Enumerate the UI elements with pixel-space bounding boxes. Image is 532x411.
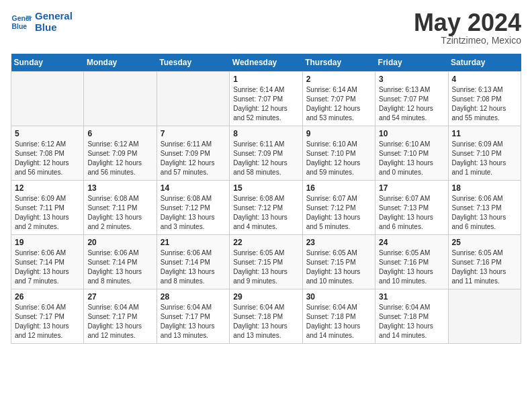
day-info: Sunrise: 6:04 AM Sunset: 7:17 PM Dayligh… bbox=[161, 303, 226, 340]
calendar-cell: 16Sunrise: 6:07 AM Sunset: 7:12 PM Dayli… bbox=[302, 181, 375, 235]
day-number: 13 bbox=[87, 183, 152, 193]
day-number: 6 bbox=[87, 129, 152, 138]
day-info: Sunrise: 6:13 AM Sunset: 7:07 PM Dayligh… bbox=[379, 85, 444, 123]
logo-icon: General Blue bbox=[11, 11, 32, 33]
location-subtitle: Tzintzimeo, Mexico bbox=[414, 35, 521, 46]
day-number: 17 bbox=[379, 183, 444, 193]
day-number: 21 bbox=[161, 238, 226, 247]
calendar-cell bbox=[157, 72, 229, 126]
day-number: 8 bbox=[233, 129, 298, 138]
day-info: Sunrise: 6:04 AM Sunset: 7:18 PM Dayligh… bbox=[306, 303, 371, 340]
day-number: 25 bbox=[452, 238, 517, 247]
calendar-cell: 9Sunrise: 6:10 AM Sunset: 7:10 PM Daylig… bbox=[302, 126, 375, 181]
day-info: Sunrise: 6:06 AM Sunset: 7:14 PM Dayligh… bbox=[15, 248, 80, 286]
day-info: Sunrise: 6:13 AM Sunset: 7:08 PM Dayligh… bbox=[452, 85, 517, 123]
calendar-week-row: 19Sunrise: 6:06 AM Sunset: 7:14 PM Dayli… bbox=[11, 235, 521, 289]
day-number: 30 bbox=[306, 292, 371, 302]
day-info: Sunrise: 6:07 AM Sunset: 7:12 PM Dayligh… bbox=[306, 194, 371, 232]
day-number: 14 bbox=[161, 183, 226, 193]
day-info: Sunrise: 6:14 AM Sunset: 7:07 PM Dayligh… bbox=[306, 85, 371, 123]
day-info: Sunrise: 6:07 AM Sunset: 7:13 PM Dayligh… bbox=[379, 194, 444, 232]
calendar-cell: 28Sunrise: 6:04 AM Sunset: 7:17 PM Dayli… bbox=[157, 289, 229, 344]
calendar-cell: 31Sunrise: 6:04 AM Sunset: 7:18 PM Dayli… bbox=[375, 289, 448, 344]
day-info: Sunrise: 6:09 AM Sunset: 7:10 PM Dayligh… bbox=[452, 140, 517, 177]
day-info: Sunrise: 6:04 AM Sunset: 7:18 PM Dayligh… bbox=[233, 303, 298, 340]
calendar-cell: 20Sunrise: 6:06 AM Sunset: 7:14 PM Dayli… bbox=[84, 235, 157, 289]
day-number: 24 bbox=[379, 238, 444, 247]
day-info: Sunrise: 6:10 AM Sunset: 7:10 PM Dayligh… bbox=[379, 140, 444, 177]
day-info: Sunrise: 6:04 AM Sunset: 7:17 PM Dayligh… bbox=[15, 303, 80, 340]
calendar-week-row: 12Sunrise: 6:09 AM Sunset: 7:11 PM Dayli… bbox=[11, 181, 521, 235]
day-info: Sunrise: 6:08 AM Sunset: 7:12 PM Dayligh… bbox=[233, 194, 298, 232]
weekday-header-thursday: Thursday bbox=[302, 54, 375, 72]
day-info: Sunrise: 6:04 AM Sunset: 7:18 PM Dayligh… bbox=[379, 303, 444, 340]
day-number: 1 bbox=[233, 75, 298, 84]
calendar-cell: 15Sunrise: 6:08 AM Sunset: 7:12 PM Dayli… bbox=[230, 181, 302, 235]
day-info: Sunrise: 6:12 AM Sunset: 7:09 PM Dayligh… bbox=[87, 140, 152, 177]
calendar-table: SundayMondayTuesdayWednesdayThursdayFrid… bbox=[11, 54, 521, 344]
day-info: Sunrise: 6:11 AM Sunset: 7:09 PM Dayligh… bbox=[161, 140, 226, 177]
day-info: Sunrise: 6:12 AM Sunset: 7:08 PM Dayligh… bbox=[15, 140, 80, 177]
calendar-body: 1Sunrise: 6:14 AM Sunset: 7:07 PM Daylig… bbox=[11, 72, 521, 344]
day-number: 22 bbox=[233, 238, 298, 247]
calendar-week-row: 1Sunrise: 6:14 AM Sunset: 7:07 PM Daylig… bbox=[11, 72, 521, 126]
day-number: 12 bbox=[15, 183, 80, 193]
calendar-cell: 4Sunrise: 6:13 AM Sunset: 7:08 PM Daylig… bbox=[448, 72, 521, 126]
day-number: 2 bbox=[306, 75, 371, 84]
day-info: Sunrise: 6:04 AM Sunset: 7:17 PM Dayligh… bbox=[87, 303, 152, 340]
day-number: 29 bbox=[233, 292, 298, 302]
calendar-cell: 14Sunrise: 6:08 AM Sunset: 7:12 PM Dayli… bbox=[157, 181, 229, 235]
month-year-title: May 2024 bbox=[414, 11, 521, 35]
day-number: 28 bbox=[161, 292, 226, 302]
day-info: Sunrise: 6:06 AM Sunset: 7:13 PM Dayligh… bbox=[452, 194, 517, 232]
day-info: Sunrise: 6:10 AM Sunset: 7:10 PM Dayligh… bbox=[306, 140, 371, 177]
day-number: 9 bbox=[306, 129, 371, 138]
calendar-week-row: 5Sunrise: 6:12 AM Sunset: 7:08 PM Daylig… bbox=[11, 126, 521, 181]
calendar-cell bbox=[448, 289, 521, 344]
calendar-cell: 23Sunrise: 6:05 AM Sunset: 7:15 PM Dayli… bbox=[302, 235, 375, 289]
weekday-header-row: SundayMondayTuesdayWednesdayThursdayFrid… bbox=[11, 54, 521, 72]
day-info: Sunrise: 6:06 AM Sunset: 7:14 PM Dayligh… bbox=[161, 248, 226, 286]
calendar-cell: 30Sunrise: 6:04 AM Sunset: 7:18 PM Dayli… bbox=[302, 289, 375, 344]
day-number: 31 bbox=[379, 292, 444, 302]
weekday-header-saturday: Saturday bbox=[448, 54, 521, 72]
day-number: 18 bbox=[452, 183, 517, 193]
day-info: Sunrise: 6:06 AM Sunset: 7:14 PM Dayligh… bbox=[87, 248, 152, 286]
weekday-header-tuesday: Tuesday bbox=[157, 54, 229, 72]
calendar-cell bbox=[84, 72, 157, 126]
day-info: Sunrise: 6:05 AM Sunset: 7:16 PM Dayligh… bbox=[452, 248, 517, 286]
calendar-header: SundayMondayTuesdayWednesdayThursdayFrid… bbox=[11, 54, 521, 72]
calendar-cell: 22Sunrise: 6:05 AM Sunset: 7:15 PM Dayli… bbox=[230, 235, 302, 289]
calendar-week-row: 26Sunrise: 6:04 AM Sunset: 7:17 PM Dayli… bbox=[11, 289, 521, 344]
calendar-cell: 2Sunrise: 6:14 AM Sunset: 7:07 PM Daylig… bbox=[302, 72, 375, 126]
calendar-cell: 27Sunrise: 6:04 AM Sunset: 7:17 PM Dayli… bbox=[84, 289, 157, 344]
calendar-cell: 3Sunrise: 6:13 AM Sunset: 7:07 PM Daylig… bbox=[375, 72, 448, 126]
svg-text:Blue: Blue bbox=[12, 22, 28, 30]
day-number: 16 bbox=[306, 183, 371, 193]
day-info: Sunrise: 6:11 AM Sunset: 7:09 PM Dayligh… bbox=[233, 140, 298, 177]
day-number: 7 bbox=[161, 129, 226, 138]
calendar-cell: 7Sunrise: 6:11 AM Sunset: 7:09 PM Daylig… bbox=[157, 126, 229, 181]
calendar-cell: 17Sunrise: 6:07 AM Sunset: 7:13 PM Dayli… bbox=[375, 181, 448, 235]
day-number: 3 bbox=[379, 75, 444, 84]
weekday-header-wednesday: Wednesday bbox=[230, 54, 302, 72]
day-number: 15 bbox=[233, 183, 298, 193]
weekday-header-friday: Friday bbox=[375, 54, 448, 72]
day-info: Sunrise: 6:08 AM Sunset: 7:11 PM Dayligh… bbox=[87, 194, 152, 232]
calendar-cell: 21Sunrise: 6:06 AM Sunset: 7:14 PM Dayli… bbox=[157, 235, 229, 289]
calendar-cell: 19Sunrise: 6:06 AM Sunset: 7:14 PM Dayli… bbox=[11, 235, 84, 289]
calendar-cell bbox=[11, 72, 84, 126]
day-number: 10 bbox=[379, 129, 444, 138]
day-info: Sunrise: 6:09 AM Sunset: 7:11 PM Dayligh… bbox=[15, 194, 80, 232]
day-number: 4 bbox=[452, 75, 517, 84]
day-number: 27 bbox=[87, 292, 152, 302]
day-number: 19 bbox=[15, 238, 80, 247]
calendar-cell: 1Sunrise: 6:14 AM Sunset: 7:07 PM Daylig… bbox=[230, 72, 302, 126]
calendar-cell: 11Sunrise: 6:09 AM Sunset: 7:10 PM Dayli… bbox=[448, 126, 521, 181]
logo: General Blue General Blue bbox=[11, 11, 73, 33]
calendar-cell: 26Sunrise: 6:04 AM Sunset: 7:17 PM Dayli… bbox=[11, 289, 84, 344]
calendar-cell: 25Sunrise: 6:05 AM Sunset: 7:16 PM Dayli… bbox=[448, 235, 521, 289]
day-number: 20 bbox=[87, 238, 152, 247]
calendar-cell: 13Sunrise: 6:08 AM Sunset: 7:11 PM Dayli… bbox=[84, 181, 157, 235]
calendar-cell: 5Sunrise: 6:12 AM Sunset: 7:08 PM Daylig… bbox=[11, 126, 84, 181]
